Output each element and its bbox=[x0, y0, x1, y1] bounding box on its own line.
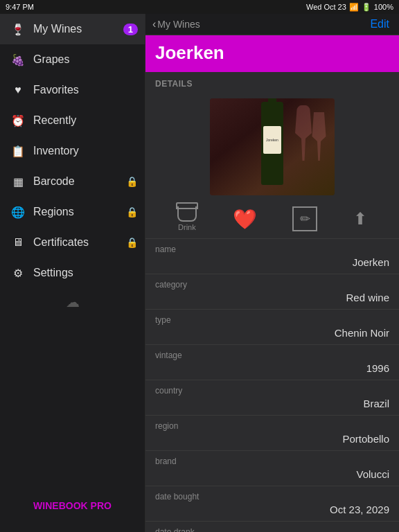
field-row-type: typeChenin Noir bbox=[145, 310, 399, 345]
drink-cup-icon bbox=[177, 206, 197, 222]
wine-image: Joreken bbox=[210, 98, 335, 195]
action-bar: Drink ❤️ ✏ ⬆ bbox=[145, 200, 399, 239]
nav-bar: ‹ My Wines Edit bbox=[145, 14, 399, 35]
edit-image-button[interactable]: ✏ bbox=[292, 206, 317, 231]
field-value-4: Brazil bbox=[155, 398, 389, 409]
certificates-icon: 🖥 bbox=[10, 234, 26, 251]
sidebar-label-barcode: Barcode bbox=[33, 175, 75, 188]
status-date: Wed Oct 23 bbox=[306, 3, 346, 11]
field-value-0: Joerken bbox=[155, 256, 389, 268]
wine-image-container: Joreken bbox=[145, 91, 399, 200]
sidebar-item-inventory[interactable]: 📋 Inventory bbox=[0, 136, 145, 166]
sidebar-item-favorites[interactable]: ♥ Favorites bbox=[0, 75, 145, 105]
edit-pencil-icon: ✏ bbox=[292, 206, 317, 231]
detail-header: Joerken bbox=[145, 35, 399, 72]
wine-bottle-label: Joreken bbox=[263, 126, 281, 154]
inventory-icon: 📋 bbox=[10, 143, 26, 159]
field-value-5: Portobello bbox=[155, 433, 389, 445]
drink-label: Drink bbox=[178, 223, 196, 231]
barcode-lock-icon: 🔒 bbox=[126, 176, 138, 187]
sidebar-label-grapes: Grapes bbox=[33, 53, 69, 66]
sidebar-label-my-wines: My Wines bbox=[33, 23, 82, 35]
field-label-0: name bbox=[155, 245, 389, 254]
back-label: My Wines bbox=[157, 19, 200, 30]
regions-lock-icon: 🔒 bbox=[126, 206, 138, 218]
sidebar-item-recently[interactable]: ⏰ Recently bbox=[0, 105, 145, 136]
gear-icon: ⚙ bbox=[10, 265, 26, 281]
wine-glass-2 bbox=[310, 112, 328, 161]
field-row-region: regionPortobello bbox=[145, 416, 399, 451]
cloud-icon: ☁ bbox=[0, 288, 145, 316]
field-row-name: nameJoerken bbox=[145, 239, 399, 274]
sidebar-item-grapes[interactable]: 🍇 Grapes bbox=[0, 44, 145, 75]
field-label-3: vintage bbox=[155, 351, 389, 360]
field-value-3: 1996 bbox=[155, 362, 389, 374]
battery-icon: 🔋 bbox=[362, 3, 371, 12]
certificates-lock-icon: 🔒 bbox=[126, 237, 138, 248]
field-row-brand: brandVolucci bbox=[145, 451, 399, 486]
field-value-2: Chenin Noir bbox=[155, 327, 389, 339]
share-icon: ⬆ bbox=[353, 209, 367, 229]
wifi-icon: 📶 bbox=[349, 3, 359, 12]
sidebar-item-settings[interactable]: ⚙ Settings bbox=[0, 258, 145, 288]
status-bar: 9:47 PM Wed Oct 23 📶 🔋 100% bbox=[0, 0, 399, 14]
field-row-category: categoryRed wine bbox=[145, 274, 399, 310]
field-label-7: date bought bbox=[155, 492, 389, 502]
wine-bottle-icon: 🍷 bbox=[10, 21, 26, 37]
sidebar-item-my-wines[interactable]: 🍷 My Wines 1 bbox=[0, 14, 145, 44]
my-wines-badge: 1 bbox=[123, 24, 138, 35]
field-row-date-bought: date boughtOct 23, 2029 bbox=[145, 486, 399, 522]
share-button[interactable]: ⬆ bbox=[353, 209, 367, 229]
sidebar: 🍷 My Wines 1 🍇 Grapes ♥ Favorites ⏰ Rece… bbox=[0, 14, 145, 532]
field-label-1: category bbox=[155, 280, 389, 290]
field-row-country: countryBrazil bbox=[145, 380, 399, 416]
field-label-8: date drank bbox=[155, 527, 389, 532]
sidebar-item-certificates[interactable]: 🖥 Certificates 🔒 bbox=[0, 227, 145, 258]
chevron-left-icon: ‹ bbox=[152, 18, 156, 30]
sidebar-label-settings: Settings bbox=[33, 267, 73, 279]
field-label-4: country bbox=[155, 386, 389, 396]
field-value-6: Volucci bbox=[155, 468, 389, 480]
favorite-button[interactable]: ❤️ bbox=[233, 208, 257, 231]
grapes-icon: 🍇 bbox=[10, 51, 26, 68]
main-content: ‹ My Wines Edit Joerken DETAILS Joreken bbox=[145, 14, 399, 532]
field-row-vintage: vintage1996 bbox=[145, 345, 399, 380]
field-label-2: type bbox=[155, 315, 389, 325]
sidebar-label-certificates: Certificates bbox=[33, 236, 89, 249]
field-value-7: Oct 23, 2029 bbox=[155, 504, 389, 515]
sidebar-item-regions[interactable]: 🌐 Regions 🔒 bbox=[0, 197, 145, 227]
sidebar-label-favorites: Favorites bbox=[33, 84, 79, 96]
sidebar-label-recently: Recently bbox=[33, 114, 76, 127]
sidebar-label-regions: Regions bbox=[33, 206, 74, 218]
app-name: WINEBOOK PRO bbox=[10, 500, 135, 511]
favorite-heart-icon: ❤️ bbox=[233, 208, 257, 231]
section-label: DETAILS bbox=[145, 72, 399, 91]
status-time: 9:47 PM bbox=[6, 3, 34, 11]
wine-glass-1 bbox=[293, 105, 314, 161]
field-label-5: region bbox=[155, 421, 389, 431]
field-row-date-drank: date drankDec 06, 2052 bbox=[145, 522, 399, 532]
clock-icon: ⏰ bbox=[10, 112, 26, 129]
field-value-1: Red wine bbox=[155, 292, 389, 303]
sidebar-label-inventory: Inventory bbox=[33, 145, 79, 157]
battery-percent: 100% bbox=[374, 3, 393, 11]
globe-icon: 🌐 bbox=[10, 204, 26, 220]
drink-button[interactable]: Drink bbox=[177, 206, 197, 231]
sidebar-item-barcode[interactable]: ▦ Barcode 🔒 bbox=[0, 166, 145, 197]
heart-icon: ♥ bbox=[10, 82, 26, 98]
barcode-icon: ▦ bbox=[10, 173, 26, 190]
back-button[interactable]: ‹ My Wines bbox=[152, 18, 200, 30]
edit-button[interactable]: Edit bbox=[370, 18, 389, 30]
detail-body[interactable]: DETAILS Joreken Drink bbox=[145, 72, 399, 532]
field-group: nameJoerkencategoryRed winetypeChenin No… bbox=[145, 239, 399, 532]
field-label-6: brand bbox=[155, 456, 389, 466]
wine-bottle-image: Joreken bbox=[261, 102, 283, 185]
wine-title: Joerken bbox=[155, 42, 389, 64]
